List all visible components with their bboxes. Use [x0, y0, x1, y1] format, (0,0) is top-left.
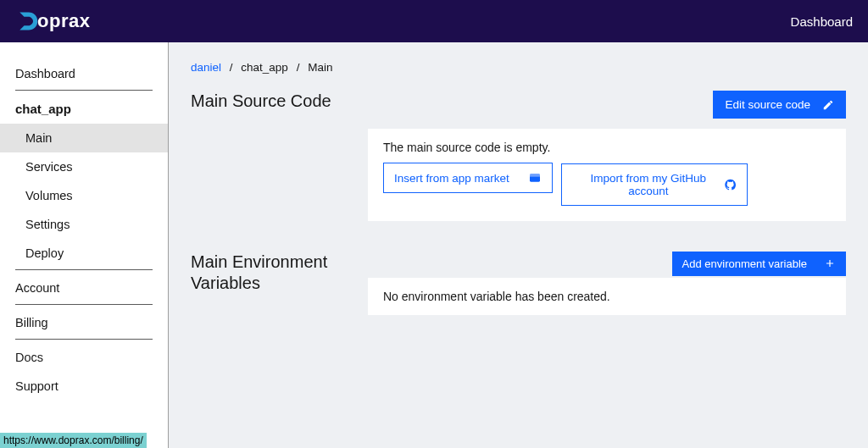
section-title: Main Environment Variables [191, 252, 368, 315]
main-content: daniel / chat_app / Main Main Source Cod… [169, 42, 868, 448]
breadcrumb-sep: / [297, 61, 300, 74]
breadcrumb-sep: / [230, 61, 233, 74]
breadcrumb-page: Main [308, 61, 332, 74]
source-panel: The main source code is empty. Insert fr… [368, 129, 846, 221]
logo-icon [15, 9, 39, 33]
divider [15, 304, 153, 305]
env-empty-msg: No environment variable has been created… [368, 278, 846, 315]
button-label: Import from my GitHub account [572, 172, 724, 197]
pencil-icon [822, 99, 834, 111]
breadcrumb-app[interactable]: chat_app [241, 61, 288, 74]
button-label: Edit source code [725, 98, 810, 111]
sidebar-account[interactable]: Account [15, 274, 153, 302]
sidebar-item-deploy[interactable]: Deploy [0, 239, 168, 268]
divider [15, 339, 153, 340]
button-label: Add environment variable [682, 257, 807, 270]
add-env-var-button[interactable]: Add environment variable [672, 252, 846, 276]
plus-icon [824, 257, 836, 269]
sidebar-item-main[interactable]: Main [0, 124, 168, 152]
sidebar-dashboard[interactable]: Dashboard [15, 59, 153, 88]
sidebar-item-volumes[interactable]: Volumes [0, 181, 168, 210]
import-from-github-button[interactable]: Import from my GitHub account [561, 163, 748, 206]
brand-name: oprax [37, 10, 90, 32]
status-url: https://www.doprax.com/billing/ [0, 433, 147, 448]
section-title: Main Source Code [191, 91, 368, 221]
breadcrumb-user[interactable]: daniel [191, 61, 221, 74]
insert-from-market-button[interactable]: Insert from app market [383, 163, 553, 193]
divider [15, 269, 153, 270]
sidebar-support[interactable]: Support [15, 372, 153, 401]
svg-rect-1 [530, 174, 540, 176]
brand-logo[interactable]: oprax [15, 9, 90, 33]
source-empty-msg: The main source code is empty. [383, 141, 831, 154]
section-source-code: Main Source Code Edit source code The ma… [191, 91, 846, 221]
edit-source-button[interactable]: Edit source code [713, 91, 846, 119]
sidebar: Dashboard chat_app Main Services Volumes… [0, 42, 169, 448]
breadcrumb: daniel / chat_app / Main [191, 61, 846, 74]
sidebar-billing[interactable]: Billing [15, 308, 153, 337]
button-label: Insert from app market [394, 172, 509, 185]
sidebar-subnav: Main Services Volumes Settings Deploy [0, 124, 168, 268]
sidebar-item-settings[interactable]: Settings [0, 210, 168, 239]
sidebar-app-name[interactable]: chat_app [0, 94, 168, 124]
sidebar-item-services[interactable]: Services [0, 152, 168, 181]
store-icon [528, 171, 542, 185]
section-env-vars: Main Environment Variables Add environme… [191, 252, 846, 315]
divider [15, 90, 153, 91]
topbar: oprax Dashboard [0, 0, 868, 42]
topnav-dashboard[interactable]: Dashboard [791, 14, 853, 29]
sidebar-docs[interactable]: Docs [15, 343, 153, 372]
github-icon [724, 178, 737, 191]
